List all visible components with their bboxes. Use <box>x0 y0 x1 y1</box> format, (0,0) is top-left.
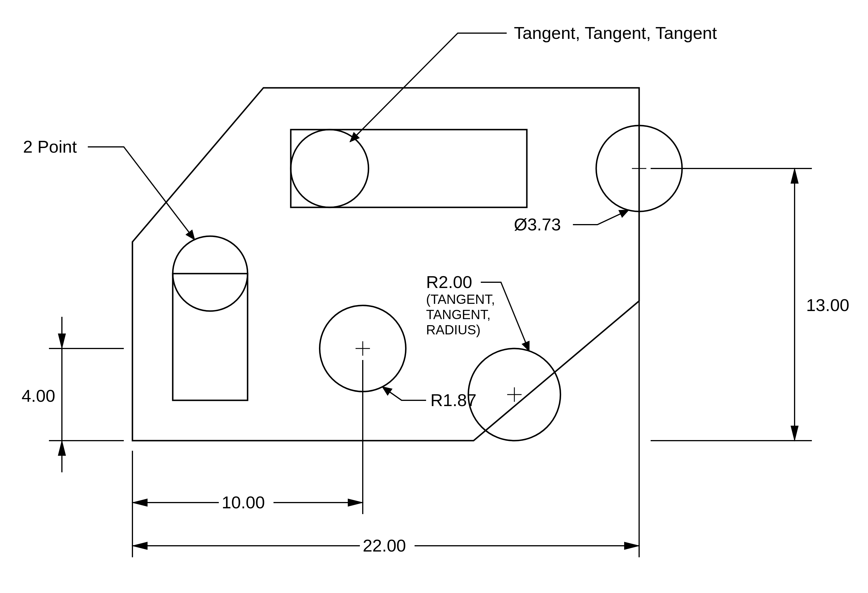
diameter-circle-crosshair <box>632 161 646 176</box>
technical-drawing: Tangent, Tangent, Tangent 2 Point Ø3.73 … <box>0 0 868 593</box>
ttr-sub2: TANGENT, <box>426 307 490 322</box>
ttr-circle-crosshair <box>507 387 522 402</box>
ttr-sub1: (TANGENT, <box>426 292 495 307</box>
left-rectangle <box>173 274 248 400</box>
ttr-sub3: RADIUS) <box>426 322 480 337</box>
ttt-label: Tangent, Tangent, Tangent <box>514 23 717 43</box>
annotation-text-group: Tangent, Tangent, Tangent 2 Point Ø3.73 … <box>23 23 717 410</box>
top-rectangle <box>291 130 527 207</box>
two-point-leader <box>88 147 195 240</box>
dim-22-text: 22.00 <box>363 536 406 555</box>
dim-4-text: 4.00 <box>22 386 55 405</box>
center-circle-crosshair <box>356 341 370 356</box>
dim-10-text: 10.00 <box>222 493 265 512</box>
part-outline <box>133 88 639 441</box>
dimensions-group <box>49 169 812 557</box>
two-point-label: 2 Point <box>23 137 77 157</box>
diameter-label: Ø3.73 <box>514 215 561 234</box>
center-radius-label: R1.87 <box>430 390 477 410</box>
ttr-radius-label: R2.00 <box>426 272 472 292</box>
diameter-leader <box>573 210 629 225</box>
ttt-circle <box>291 130 369 207</box>
center-radius-leader <box>382 387 426 400</box>
dim-13-text: 13.00 <box>806 296 849 315</box>
